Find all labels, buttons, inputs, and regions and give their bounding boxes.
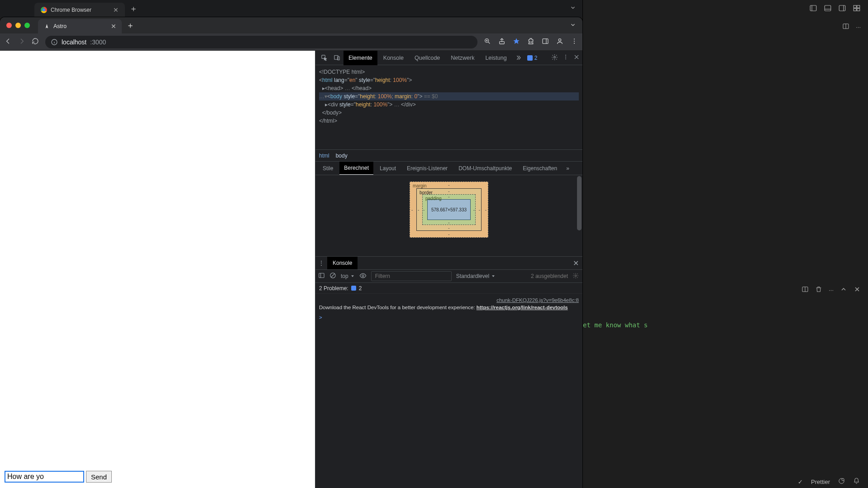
box-model-diagram[interactable]: margin - - - - border - - - - padding	[410, 182, 488, 238]
tab-elements[interactable]: Elemente	[343, 51, 377, 65]
window-close-icon[interactable]	[6, 23, 12, 28]
subtab-event-listeners[interactable]: Ereignis-Listener	[402, 162, 452, 175]
subtab-computed[interactable]: Berechnet	[339, 162, 373, 175]
svg-point-29	[558, 39, 561, 41]
outer-tab-close-icon[interactable]: ✕	[113, 6, 119, 14]
browser-tab-active[interactable]: Astro ✕	[38, 19, 122, 33]
console-link[interactable]: https://reactjs.org/link/react-devtools	[477, 305, 568, 310]
dom-tree[interactable]: <!DOCTYPE html> <html lang="en" style="h…	[315, 65, 582, 149]
outer-tab-chrome[interactable]: Chrome Browser ✕	[34, 3, 125, 17]
terminal-chevron-up-icon[interactable]	[840, 286, 847, 294]
crumb-body[interactable]: body	[336, 153, 348, 159]
tab-performance[interactable]: Leistung	[480, 51, 511, 65]
browser-tabs-chevron-icon[interactable]	[570, 22, 576, 29]
outer-tab-title: Chrome Browser	[51, 7, 91, 13]
nav-forward-icon[interactable]	[18, 38, 25, 46]
console-output[interactable]: chunk-DFKQJ226.js?v=9e6b4e8c:8 Download …	[315, 294, 582, 488]
nav-reload-icon[interactable]	[32, 38, 39, 46]
browser-tab-close-icon[interactable]: ✕	[111, 23, 116, 30]
computed-scrollbar-thumb[interactable]	[577, 176, 582, 230]
devtools-close-icon[interactable]	[573, 54, 580, 62]
window-minimize-icon[interactable]	[15, 23, 21, 28]
dom-breadcrumbs[interactable]: html body	[315, 149, 582, 161]
tab-console[interactable]: Konsole	[378, 51, 409, 65]
svg-rect-2	[825, 5, 831, 11]
astro-favicon-icon	[43, 23, 50, 29]
browser-menu-icon[interactable]	[571, 38, 578, 46]
send-button[interactable]: Send	[86, 471, 112, 483]
toolbar-icons	[484, 38, 578, 46]
console-level-select[interactable]: Standardlevel	[456, 273, 496, 279]
layout-right-sidebar-icon[interactable]	[838, 4, 846, 14]
svg-point-31	[574, 41, 575, 42]
subtabs-overflow-icon[interactable]: »	[566, 165, 569, 172]
tabs-overflow-icon[interactable]	[513, 54, 525, 61]
site-info-icon[interactable]	[51, 38, 58, 46]
share-icon[interactable]	[498, 38, 506, 46]
svg-point-32	[574, 43, 575, 44]
url-input[interactable]: localhost:3000	[45, 36, 477, 48]
devtools-panel: Elemente Konsole Quellcode Netzwerk Leis…	[315, 51, 582, 488]
dom-selected-line[interactable]: …▾<body style="height: 100%; margin: 0">…	[319, 92, 579, 100]
problems-label: 2 Probleme:	[319, 285, 348, 292]
subtab-dom-breakpoints[interactable]: DOM-Umschaltpunkte	[454, 162, 516, 175]
chat-composer: Send	[5, 471, 112, 483]
side-panel-icon[interactable]	[542, 38, 549, 46]
terminal-more-icon[interactable]: ···	[829, 287, 834, 293]
terminal-trash-icon[interactable]	[815, 286, 822, 294]
outer-new-tab-icon[interactable]: ＋	[129, 3, 138, 14]
extensions-icon[interactable]	[527, 38, 534, 46]
console-sidebar-toggle-icon[interactable]	[318, 272, 325, 280]
status-bell-icon[interactable]	[853, 478, 860, 486]
svg-point-39	[565, 58, 566, 59]
console-prompt[interactable]: >	[319, 314, 579, 321]
split-editor-icon[interactable]	[842, 23, 849, 31]
vscode-editor-actions: ···	[842, 20, 868, 33]
console-context-select[interactable]: top	[341, 273, 355, 279]
svg-marker-48	[492, 275, 495, 277]
console-source-link[interactable]: chunk-DFKQJ226.js?v=9e6b4e8c:8	[319, 297, 579, 304]
devtools-settings-icon[interactable]	[551, 54, 558, 62]
profile-icon[interactable]	[556, 38, 563, 46]
console-hidden-count[interactable]: 2 ausgeblendet	[531, 273, 568, 279]
layout-left-sidebar-icon[interactable]	[809, 4, 817, 14]
devtools-menu-icon[interactable]	[563, 54, 569, 62]
terminal-close-icon[interactable]	[854, 286, 861, 294]
svg-point-17	[842, 478, 844, 481]
terminal-panel-icon[interactable]	[801, 286, 809, 294]
url-host: localhost	[62, 38, 86, 46]
drawer-menu-icon[interactable]: ⋮	[318, 259, 324, 267]
tab-sources[interactable]: Quellcode	[410, 51, 445, 65]
nav-back-icon[interactable]	[5, 38, 12, 46]
layout-bottom-panel-icon[interactable]	[824, 4, 832, 14]
drawer-tab-console[interactable]: Konsole	[327, 257, 358, 269]
zoom-icon[interactable]	[484, 38, 491, 46]
issues-badge[interactable]: 2	[527, 55, 538, 61]
console-clear-icon[interactable]	[329, 272, 336, 280]
subtab-properties[interactable]: Eigenschaften	[518, 162, 562, 175]
svg-line-22	[488, 42, 490, 43]
subtab-styles[interactable]: Stile	[318, 162, 338, 175]
console-problems-row[interactable]: 2 Probleme: 2	[315, 283, 582, 294]
editor-more-icon[interactable]: ···	[856, 24, 861, 30]
browser-window: Astro ✕ ＋ localhost:3000 Sen	[0, 17, 582, 488]
device-toolbar-icon[interactable]	[331, 54, 343, 61]
bookmark-star-icon[interactable]	[513, 38, 520, 46]
bm-padding-label: padding	[425, 196, 442, 201]
inspect-element-icon[interactable]	[318, 54, 330, 61]
tab-network[interactable]: Netzwerk	[446, 51, 479, 65]
console-filter-input[interactable]	[371, 271, 452, 281]
outer-tabs-chevron-icon[interactable]	[570, 5, 576, 12]
console-settings-icon[interactable]	[572, 273, 579, 280]
chat-input-field[interactable]	[5, 471, 84, 483]
drawer-close-icon[interactable]: ✕	[573, 259, 579, 268]
vscode-terminal-output: et me know what s	[583, 321, 648, 329]
crumb-html[interactable]: html	[319, 153, 329, 159]
subtab-layout[interactable]: Layout	[375, 162, 401, 175]
window-maximize-icon[interactable]	[24, 23, 30, 28]
status-prettier[interactable]: Prettier	[811, 478, 830, 485]
layout-customize-icon[interactable]	[853, 4, 861, 14]
browser-new-tab-icon[interactable]: ＋	[126, 20, 134, 31]
console-live-expression-icon[interactable]	[359, 272, 367, 281]
status-feedback-icon[interactable]	[838, 478, 845, 486]
